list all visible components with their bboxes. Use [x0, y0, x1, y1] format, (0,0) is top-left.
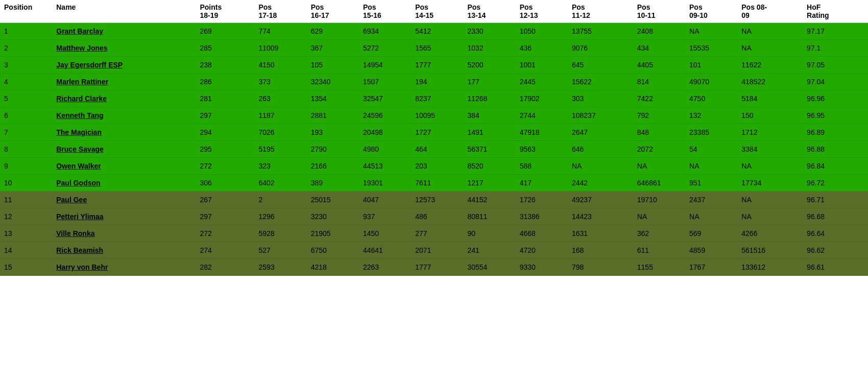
cell-hof: 96.61 — [803, 259, 868, 276]
cell-pos: 5 — [0, 90, 52, 107]
player-name-link[interactable]: Matthew Jones — [56, 44, 107, 52]
cell-p1112: 49237 — [568, 192, 633, 208]
cell-p1011: 646861 — [633, 175, 685, 192]
cell-pos: 7 — [0, 124, 52, 141]
cell-p1415: 12573 — [411, 192, 463, 208]
player-name-link[interactable]: Harry von Behr — [56, 263, 108, 271]
cell-p1314: 241 — [463, 242, 515, 259]
player-name-link[interactable]: Paul Gee — [56, 196, 87, 204]
player-name-cell[interactable]: Harry von Behr — [52, 259, 196, 276]
cell-p1516: 5272 — [359, 40, 411, 57]
cell-p1617: 105 — [307, 57, 359, 74]
player-name-cell[interactable]: Paul Gee — [52, 192, 196, 208]
table-row: 1Grant Barclay26977462969345412233010501… — [0, 23, 868, 40]
player-name-link[interactable]: Bruce Savage — [56, 145, 104, 153]
cell-p1718: 6402 — [254, 175, 306, 192]
col-header-pos-1516: Pos15-16 — [359, 0, 411, 23]
cell-p0809: 3384 — [737, 141, 803, 158]
cell-p1718: 1296 — [254, 208, 306, 225]
player-name-cell[interactable]: Paul Godson — [52, 175, 196, 192]
cell-p0809: 4266 — [737, 225, 803, 242]
cell-p1819: 274 — [196, 242, 254, 259]
player-name-cell[interactable]: Bruce Savage — [52, 141, 196, 158]
cell-p1011: 2408 — [633, 23, 685, 40]
table-row: 11Paul Gee267225015404712573441521726492… — [0, 192, 868, 208]
cell-p1819: 286 — [196, 74, 254, 90]
table-row: 5Richard Clarke2812631354325478237112681… — [0, 90, 868, 107]
table-row: 2Matthew Jones28511009367527215651032436… — [0, 40, 868, 57]
player-name-link[interactable]: Petteri Ylimaa — [56, 212, 103, 221]
cell-p0809: 133612 — [737, 259, 803, 276]
col-header-pos-1617: Pos16-17 — [307, 0, 359, 23]
player-name-link[interactable]: The Magician — [56, 128, 102, 136]
player-name-link[interactable]: Kenneth Tang — [56, 111, 103, 120]
cell-p0809: NA — [737, 192, 803, 208]
player-name-cell[interactable]: Ville Ronka — [52, 225, 196, 242]
cell-p1516: 32547 — [359, 90, 411, 107]
cell-hof: 96.68 — [803, 208, 868, 225]
player-name-cell[interactable]: Owen Walker — [52, 158, 196, 175]
table-row: 14Rick Beamish27452767504464120712414720… — [0, 242, 868, 259]
cell-p1718: 11009 — [254, 40, 306, 57]
cell-p1617: 32340 — [307, 74, 359, 90]
cell-p1112: 13755 — [568, 23, 633, 40]
player-name-link[interactable]: Grant Barclay — [56, 27, 103, 35]
cell-pos: 10 — [0, 175, 52, 192]
cell-p0910: NA — [685, 158, 737, 175]
cell-p1415: 1777 — [411, 57, 463, 74]
cell-hof: 96.64 — [803, 225, 868, 242]
cell-pos: 6 — [0, 107, 52, 124]
col-header-name: Name — [52, 0, 196, 23]
col-header-pos-1314: Pos13-14 — [463, 0, 515, 23]
cell-p1011: 7422 — [633, 90, 685, 107]
player-name-link[interactable]: Richard Clarke — [56, 94, 107, 103]
cell-p1112: 645 — [568, 57, 633, 74]
player-name-cell[interactable]: Rick Beamish — [52, 242, 196, 259]
col-header-pos-1213: Pos12-13 — [516, 0, 568, 23]
player-name-cell[interactable]: Richard Clarke — [52, 90, 196, 107]
cell-p0910: 49070 — [685, 74, 737, 90]
cell-p1314: 1217 — [463, 175, 515, 192]
player-name-link[interactable]: Paul Godson — [56, 179, 100, 187]
cell-p1718: 527 — [254, 242, 306, 259]
player-name-cell[interactable]: Kenneth Tang — [52, 107, 196, 124]
cell-p0910: 569 — [685, 225, 737, 242]
player-name-cell[interactable]: Petteri Ylimaa — [52, 208, 196, 225]
cell-p1819: 297 — [196, 208, 254, 225]
cell-p1516: 1507 — [359, 74, 411, 90]
cell-p1617: 2166 — [307, 158, 359, 175]
cell-hof: 96.71 — [803, 192, 868, 208]
cell-p1718: 4150 — [254, 57, 306, 74]
cell-p1617: 389 — [307, 175, 359, 192]
player-name-link[interactable]: Marlen Rattiner — [56, 78, 108, 86]
cell-p1718: 7026 — [254, 124, 306, 141]
player-name-cell[interactable]: Grant Barclay — [52, 23, 196, 40]
cell-p0809: NA — [737, 23, 803, 40]
cell-hof: 96.95 — [803, 107, 868, 124]
cell-p1112: 646 — [568, 141, 633, 158]
player-name-link[interactable]: Ville Ronka — [56, 229, 94, 238]
cell-p1112: NA — [568, 158, 633, 175]
cell-p1617: 21905 — [307, 225, 359, 242]
player-name-link[interactable]: Jay Egersdorff ESP — [56, 61, 123, 69]
cell-p1718: 5195 — [254, 141, 306, 158]
cell-p1718: 2 — [254, 192, 306, 208]
cell-p1415: 486 — [411, 208, 463, 225]
cell-p0910: 1767 — [685, 259, 737, 276]
cell-p1415: 1777 — [411, 259, 463, 276]
player-name-link[interactable]: Rick Beamish — [56, 246, 103, 254]
cell-pos: 14 — [0, 242, 52, 259]
player-name-cell[interactable]: Matthew Jones — [52, 40, 196, 57]
cell-p1213: 417 — [516, 175, 568, 192]
cell-p1112: 168 — [568, 242, 633, 259]
player-name-cell[interactable]: The Magician — [52, 124, 196, 141]
player-name-cell[interactable]: Marlen Rattiner — [52, 74, 196, 90]
cell-p1213: 1726 — [516, 192, 568, 208]
cell-p1314: 30554 — [463, 259, 515, 276]
cell-p0809: 561516 — [737, 242, 803, 259]
cell-p1112: 15622 — [568, 74, 633, 90]
player-name-link[interactable]: Owen Walker — [56, 162, 101, 170]
cell-p0809: 5184 — [737, 90, 803, 107]
cell-p0809: 150 — [737, 107, 803, 124]
player-name-cell[interactable]: Jay Egersdorff ESP — [52, 57, 196, 74]
